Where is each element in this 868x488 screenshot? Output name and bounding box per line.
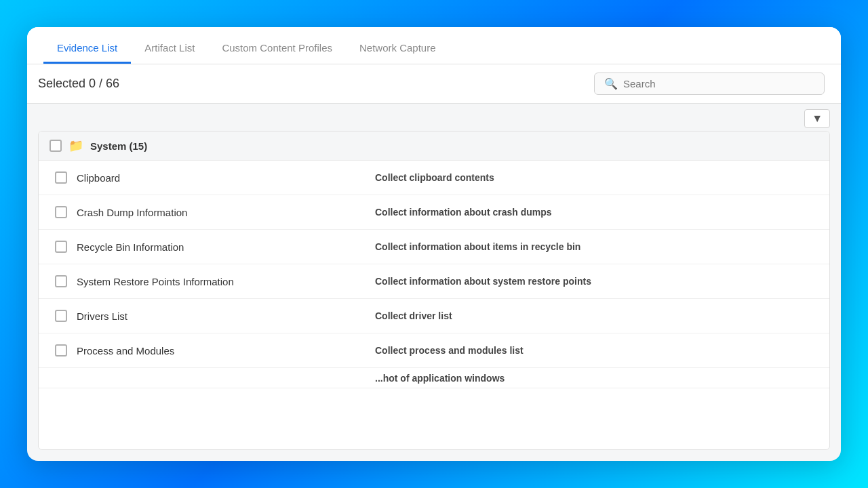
item-name-4: Drivers List (77, 310, 127, 322)
item-checkbox-5[interactable] (55, 344, 67, 357)
search-icon: 🔍 (604, 77, 618, 90)
group-checkbox[interactable] (50, 140, 62, 152)
item-description-5: Collect process and modules list (364, 345, 829, 356)
item-name-3: System Restore Points Information (77, 276, 234, 287)
list-item: Crash Dump Information Collect informati… (39, 195, 829, 230)
partial-list-item: ...hot of application windows (39, 368, 829, 388)
tab-custom-content-profiles[interactable]: Custom Content Profiles (208, 33, 346, 64)
item-description-1: Collect information about crash dumps (364, 207, 829, 218)
tab-artifact-list[interactable]: Artifact List (131, 33, 208, 64)
item-description-4: Collect driver list (364, 310, 829, 321)
item-description-3: Collect information about system restore… (364, 276, 829, 287)
item-checkbox-1[interactable] (55, 206, 67, 218)
group-label: System (15) (90, 140, 147, 152)
item-checkbox-4[interactable] (55, 310, 67, 322)
item-checkbox-2[interactable] (55, 241, 67, 253)
partial-item-description: ...hot of application windows (364, 373, 829, 384)
list-item: System Restore Points Information Collec… (39, 264, 829, 299)
item-name-0: Clipboard (77, 172, 120, 184)
header-row: Selected 0 / 66 🔍 (27, 64, 841, 104)
group-header: 📁 System (15) (39, 131, 829, 161)
dropdown-bar: ▼ (27, 104, 841, 131)
selected-count: Selected 0 / 66 (38, 77, 119, 91)
tab-bar: Evidence List Artifact List Custom Conte… (27, 27, 841, 64)
main-card: Evidence List Artifact List Custom Conte… (27, 27, 841, 461)
item-description-0: Collect clipboard contents (364, 172, 829, 183)
list-item: Drivers List Collect driver list (39, 299, 829, 333)
list-item: Clipboard Collect clipboard contents (39, 161, 829, 195)
list-area: 📁 System (15) Clipboard Collect clipboar… (38, 131, 830, 450)
folder-icon: 📁 (68, 138, 83, 153)
item-checkbox-0[interactable] (55, 171, 67, 184)
item-description-2: Collect information about items in recyc… (364, 241, 829, 252)
item-name-2: Recycle Bin Information (77, 241, 184, 253)
item-name-1: Crash Dump Information (77, 207, 187, 218)
tab-evidence-list[interactable]: Evidence List (43, 33, 131, 64)
dropdown-button[interactable]: ▼ (804, 109, 830, 128)
item-checkbox-3[interactable] (55, 275, 67, 287)
item-name-5: Process and Modules (77, 345, 174, 357)
tab-network-capture[interactable]: Network Capture (346, 33, 450, 64)
search-box: 🔍 (594, 73, 825, 95)
search-input[interactable] (623, 78, 814, 89)
list-item: Process and Modules Collect process and … (39, 333, 829, 368)
list-item: Recycle Bin Information Collect informat… (39, 230, 829, 264)
